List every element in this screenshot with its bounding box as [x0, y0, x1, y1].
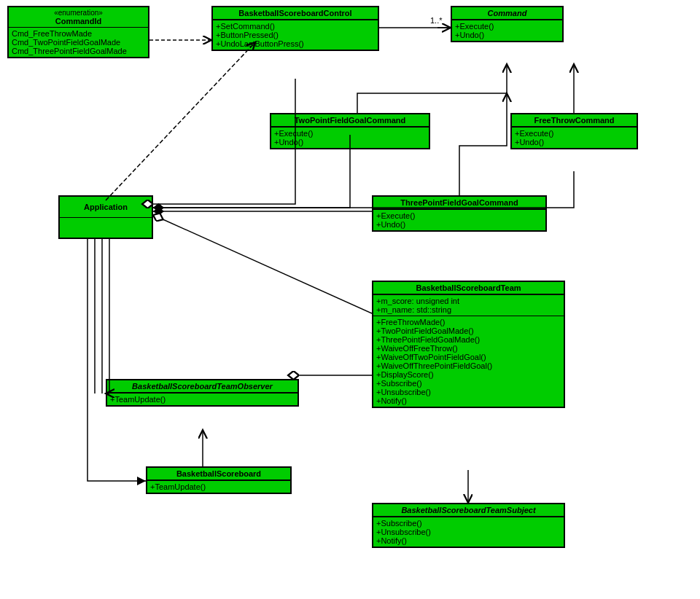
twopoint-m2: +Undo()	[274, 138, 426, 146]
commandid-body: Cmd_FreeThrowMade Cmd_TwoPointFieldGoalM…	[9, 28, 148, 57]
team-m6: +WaiveOffThreePointFieldGoal()	[376, 361, 561, 370]
scoreboard-control-m3: +UndoLastButtonPress()	[216, 39, 375, 48]
team-m7: +DisplayScore()	[376, 370, 561, 379]
threepoint-title: ThreePointFieldGoalCommand	[373, 197, 545, 209]
threepoint-m1: +Execute()	[376, 211, 542, 220]
commandid-stereotype: «enumeration»	[12, 9, 145, 17]
freethrow-title: FreeThrowCommand	[512, 114, 637, 127]
freethrow-methods: +Execute() +Undo()	[512, 127, 637, 148]
scoreboard-control-title: BasketballScoreboardControl	[213, 7, 378, 20]
command-m1: +Execute()	[455, 22, 559, 31]
team-m3: +ThreePointFieldGoalMade()	[376, 335, 561, 344]
commandid-name: CommandId	[12, 17, 145, 26]
commandid-val1: Cmd_FreeThrowMade	[12, 29, 145, 38]
team-m1: +FreeThrowMade()	[376, 318, 561, 326]
command-methods: +Execute() +Undo()	[452, 20, 562, 41]
command-m2: +Undo()	[455, 31, 559, 39]
subject-title: BasketballScoreboardTeamSubject	[373, 504, 564, 517]
observer-m1: +TeamUpdate()	[110, 395, 295, 404]
freethrow-m2: +Undo()	[515, 138, 634, 146]
team-m4: +WaiveOffFreeThrow()	[376, 344, 561, 353]
command-title: Command	[452, 7, 562, 20]
commandid-val3: Cmd_ThreePointFieldGoalMade	[12, 47, 145, 55]
team-methods: +FreeThrowMade() +TwoPointFieldGoalMade(…	[373, 316, 564, 407]
scoreboard-control-m2: +ButtonPressed()	[216, 31, 375, 39]
team-title: BasketballScoreboardTeam	[373, 282, 564, 294]
observer-box: BasketballScoreboardTeamObserver +TeamUp…	[106, 379, 299, 407]
scoreboard-m1: +TeamUpdate()	[150, 482, 287, 491]
scoreboard-control-methods: +SetCommand() +ButtonPressed() +UndoLast…	[213, 20, 378, 50]
scoreboard-control-box: BasketballScoreboardControl +SetCommand(…	[211, 6, 379, 51]
twopoint-methods: +Execute() +Undo()	[271, 127, 429, 148]
team-m9: +Unsubscribe()	[376, 388, 561, 396]
threepoint-methods: +Execute() +Undo()	[373, 209, 545, 230]
twopoint-title: TwoPointFieldGoalCommand	[271, 114, 429, 127]
team-m10: +Notify()	[376, 396, 561, 405]
application-title: Application	[60, 197, 152, 218]
scoreboard-title: BasketballScoreboard	[147, 468, 290, 480]
team-attributes: +m_score: unsigned int +m_name: std::str…	[373, 294, 564, 316]
scoreboard-methods: +TeamUpdate()	[147, 480, 290, 493]
subject-methods: +Subscribe() +Unsubscribe() +Notify()	[373, 517, 564, 547]
command-box: Command +Execute() +Undo()	[451, 6, 564, 42]
observer-methods: +TeamUpdate()	[107, 393, 298, 405]
threepoint-m2: +Undo()	[376, 220, 542, 229]
commandid-val2: Cmd_TwoPointFieldGoalMade	[12, 38, 145, 47]
scoreboard-control-m1: +SetCommand()	[216, 22, 375, 31]
subject-m2: +Unsubscribe()	[376, 528, 561, 536]
team-box: BasketballScoreboardTeam +m_score: unsig…	[372, 281, 565, 408]
application-box: Application	[58, 195, 153, 239]
subject-m1: +Subscribe()	[376, 519, 561, 528]
threepoint-box: ThreePointFieldGoalCommand +Execute() +U…	[372, 195, 547, 232]
freethrow-box: FreeThrowCommand +Execute() +Undo()	[510, 113, 638, 149]
commandid-box: «enumeration» CommandId Cmd_FreeThrowMad…	[7, 6, 149, 58]
scoreboard-box: BasketballScoreboard +TeamUpdate()	[146, 466, 292, 494]
subject-m3: +Notify()	[376, 536, 561, 545]
commandid-title: «enumeration» CommandId	[9, 7, 148, 28]
twopoint-m1: +Execute()	[274, 129, 426, 138]
team-a1: +m_score: unsigned int	[376, 297, 561, 305]
svg-line-4	[106, 42, 255, 200]
team-a2: +m_name: std::string	[376, 305, 561, 314]
team-m8: +Subscribe()	[376, 379, 561, 388]
freethrow-m1: +Execute()	[515, 129, 634, 138]
observer-title: BasketballScoreboardTeamObserver	[107, 380, 298, 393]
team-m5: +WaiveOffTwoPointFieldGoal()	[376, 353, 561, 361]
twopoint-box: TwoPointFieldGoalCommand +Execute() +Und…	[270, 113, 430, 149]
subject-box: BasketballScoreboardTeamSubject +Subscri…	[372, 503, 565, 548]
multiplicity-label: 1..*	[430, 16, 443, 25]
team-m2: +TwoPointFieldGoalMade()	[376, 326, 561, 335]
diagram-svg: 1..*	[0, 0, 700, 599]
